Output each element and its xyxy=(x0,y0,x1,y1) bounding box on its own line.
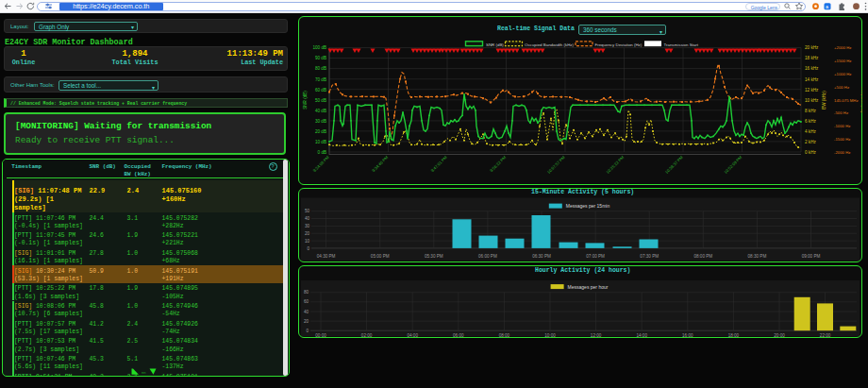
svg-text:10: 10 xyxy=(305,239,310,244)
svg-text:60 dB: 60 dB xyxy=(315,88,326,93)
svg-text:02:00: 02:00 xyxy=(361,333,373,338)
svg-text:8 kHz: 8 kHz xyxy=(805,109,816,113)
svg-text:10:07:57 PM: 10:07:57 PM xyxy=(546,155,566,175)
svg-text:+2000 Hz: +2000 Hz xyxy=(834,45,852,50)
svg-text:04:00: 04:00 xyxy=(407,333,418,338)
svg-text:05:30 PM: 05:30 PM xyxy=(425,254,443,259)
svg-text:9:56:22 PM: 9:56:22 PM xyxy=(489,155,507,173)
svg-text:SNR (dB): SNR (dB) xyxy=(303,91,308,110)
svg-text:40 dB: 40 dB xyxy=(315,109,326,113)
svg-text:30 dB: 30 dB xyxy=(315,119,326,124)
svg-text:16:00: 16:00 xyxy=(682,333,693,338)
svg-text:18 kHz: 18 kHz xyxy=(805,56,819,60)
svg-text:20: 20 xyxy=(305,231,310,236)
svg-text:80: 80 xyxy=(304,290,309,295)
svg-text:06:00: 06:00 xyxy=(453,333,464,338)
svg-text:SNR (dB): SNR (dB) xyxy=(486,42,504,47)
svg-text:nn: nn xyxy=(142,369,145,374)
svg-text:9:47:01 PM: 9:47:01 PM xyxy=(430,155,448,173)
svg-text:50: 50 xyxy=(305,209,310,213)
svg-text:04:30 PM: 04:30 PM xyxy=(317,254,336,259)
svg-text:06:00 PM: 06:00 PM xyxy=(478,254,497,259)
svg-text:80 dB: 80 dB xyxy=(315,66,326,71)
svg-text:50 dB: 50 dB xyxy=(315,98,326,103)
svg-text:10 dB: 10 dB xyxy=(315,140,326,144)
svg-text:Occupied Bandwidth (kHz): Occupied Bandwidth (kHz) xyxy=(525,42,575,47)
svg-text:+500 Hz: +500 Hz xyxy=(834,85,849,90)
svg-text:4 kHz: 4 kHz xyxy=(805,129,816,134)
svg-text:07:30 PM: 07:30 PM xyxy=(640,254,659,259)
svg-text:Messages per hour: Messages per hour xyxy=(568,284,609,290)
svg-text:0 dB: 0 dB xyxy=(318,150,326,155)
svg-text:22:00: 22:00 xyxy=(820,333,831,338)
svg-text:10:00: 10:00 xyxy=(544,333,556,338)
svg-text:0: 0 xyxy=(307,246,309,251)
svg-text:08:00 PM: 08:00 PM xyxy=(693,254,712,259)
svg-text:30: 30 xyxy=(305,224,310,228)
svg-text:18:00: 18:00 xyxy=(728,333,740,338)
svg-text:16 kHz: 16 kHz xyxy=(805,66,819,71)
svg-text:00:00: 00:00 xyxy=(315,333,326,338)
svg-text:9:34:40 PM: 9:34:40 PM xyxy=(371,155,389,173)
svg-text:-1500 Hz: -1500 Hz xyxy=(834,137,850,142)
svg-text:09:00 PM: 09:00 PM xyxy=(802,254,821,259)
svg-text:-1000 Hz: -1000 Hz xyxy=(834,124,850,128)
svg-text:40: 40 xyxy=(304,310,309,314)
svg-text:10:25:22 PM: 10:25:22 PM xyxy=(605,155,625,175)
svg-text:0 kHz: 0 kHz xyxy=(805,150,816,155)
svg-text:-2000 Hz: -2000 Hz xyxy=(834,150,850,155)
svg-text:10 kHz: 10 kHz xyxy=(805,98,819,103)
svg-text:20: 20 xyxy=(304,319,309,324)
svg-text:70 dB: 70 dB xyxy=(315,77,326,82)
svg-text:20 dB: 20 dB xyxy=(315,129,326,134)
svg-text:+1500 Hz: +1500 Hz xyxy=(834,59,852,63)
svg-text:100 dB: 100 dB xyxy=(312,45,326,50)
svg-text:Freq Dev (Hz): Freq Dev (Hz) xyxy=(860,88,863,114)
svg-text:08:00: 08:00 xyxy=(499,333,510,338)
svg-text:12:00: 12:00 xyxy=(591,333,602,338)
svg-text:20:00: 20:00 xyxy=(774,333,785,338)
svg-text:145.075 MHz: 145.075 MHz xyxy=(834,98,859,103)
svg-text:14:00: 14:00 xyxy=(636,333,647,338)
svg-text:12 kHz: 12 kHz xyxy=(805,88,819,93)
svg-text:06:30 PM: 06:30 PM xyxy=(532,254,551,259)
svg-text:20 kHz: 20 kHz xyxy=(805,45,819,50)
svg-text:05:00 PM: 05:00 PM xyxy=(371,254,390,259)
svg-text:0: 0 xyxy=(306,329,309,333)
svg-text:9:24:08 PM: 9:24:08 PM xyxy=(312,155,330,173)
svg-text:40: 40 xyxy=(305,216,310,221)
svg-text:Messages per 15min: Messages per 15min xyxy=(566,203,610,209)
svg-text:08:30 PM: 08:30 PM xyxy=(748,254,767,259)
svg-text:60: 60 xyxy=(304,299,309,304)
svg-text:10:38:37 PM: 10:38:37 PM xyxy=(664,155,684,175)
svg-text:-500 Hz: -500 Hz xyxy=(834,110,848,115)
svg-text:Transmission Start: Transmission Start xyxy=(664,42,699,47)
svg-text:BW (kHz): BW (kHz) xyxy=(822,91,826,110)
svg-text:07:00 PM: 07:00 PM xyxy=(586,254,605,259)
svg-text:10:52:09 PM: 10:52:09 PM xyxy=(723,155,743,175)
svg-text:Frequency Deviation (Hz): Frequency Deviation (Hz) xyxy=(595,42,643,47)
svg-text:90 dB: 90 dB xyxy=(315,56,326,60)
svg-text:+1000 Hz: +1000 Hz xyxy=(834,72,852,76)
svg-text:2 kHz: 2 kHz xyxy=(805,140,816,144)
svg-text:6 kHz: 6 kHz xyxy=(805,119,816,124)
svg-text:14 kHz: 14 kHz xyxy=(805,77,819,82)
